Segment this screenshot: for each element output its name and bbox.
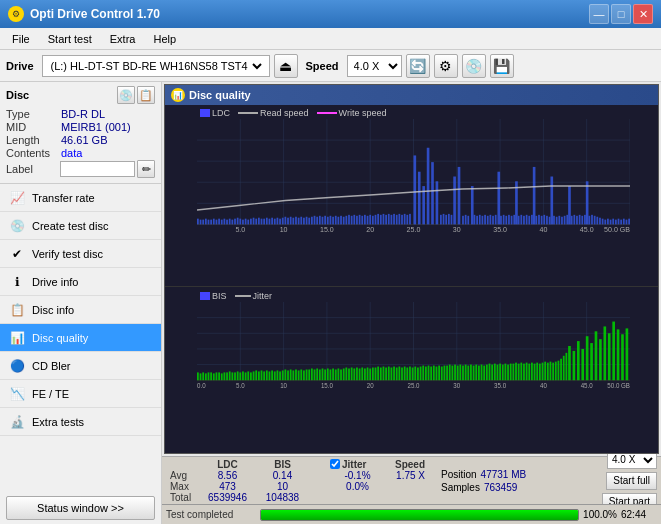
cd-bler-icon: 🔵 — [8, 357, 26, 375]
svg-rect-226 — [226, 373, 228, 381]
svg-rect-366 — [560, 359, 562, 381]
settings-button[interactable]: ⚙ — [434, 54, 458, 78]
svg-rect-351 — [590, 343, 593, 380]
svg-rect-143 — [541, 216, 543, 225]
svg-rect-152 — [566, 215, 568, 225]
svg-rect-217 — [202, 373, 204, 381]
eject-button[interactable]: ⏏ — [274, 54, 298, 78]
svg-rect-23 — [216, 220, 218, 225]
window-controls: — □ ✕ — [589, 4, 653, 24]
svg-rect-158 — [584, 215, 586, 225]
svg-rect-172 — [623, 219, 625, 225]
svg-rect-225 — [224, 373, 226, 381]
nav-fe-te[interactable]: 📉 FE / TE — [0, 380, 161, 408]
svg-rect-362 — [550, 362, 552, 381]
svg-rect-340 — [528, 364, 530, 381]
svg-rect-240 — [263, 372, 265, 381]
close-button[interactable]: ✕ — [633, 4, 653, 24]
disc-label-row: Label ✏ — [6, 160, 155, 178]
nav-disc-quality[interactable]: 📊 Disc quality — [0, 324, 161, 352]
nav-disc-info[interactable]: 📋 Disc info — [0, 296, 161, 324]
bis-col-header: BIS — [255, 459, 310, 470]
svg-rect-291 — [398, 367, 400, 381]
ldc-legend: LDC — [200, 108, 230, 118]
svg-rect-246 — [279, 372, 281, 381]
drive-selector[interactable]: (L:) HL-DT-ST BD-RE WH16NS58 TST4 — [42, 55, 270, 77]
nav-verify-test-disc[interactable]: ✔ Verify test disc — [0, 240, 161, 268]
label-edit-button[interactable]: ✏ — [137, 160, 155, 178]
label-input[interactable] — [60, 161, 135, 177]
svg-rect-138 — [526, 215, 528, 225]
total-bis: 104838 — [255, 492, 310, 503]
maximize-button[interactable]: □ — [611, 4, 631, 24]
svg-rect-342 — [534, 364, 536, 381]
svg-rect-132 — [508, 215, 510, 225]
speed-stat-label: Speed — [385, 459, 425, 470]
read-speed-legend: Read speed — [238, 108, 309, 118]
menu-file[interactable]: File — [4, 31, 38, 47]
svg-rect-32 — [239, 219, 241, 225]
svg-rect-68 — [568, 186, 571, 224]
nav-cd-bler[interactable]: 🔵 CD Bler — [0, 352, 161, 380]
disc-button[interactable]: 💿 — [462, 54, 486, 78]
refresh-button[interactable]: 🔄 — [406, 54, 430, 78]
svg-rect-230 — [237, 372, 239, 381]
svg-rect-270 — [343, 369, 345, 381]
nav-drive-info[interactable]: ℹ Drive info — [0, 268, 161, 296]
svg-rect-93 — [361, 216, 363, 225]
svg-rect-64 — [497, 172, 500, 225]
svg-rect-305 — [436, 367, 438, 381]
svg-rect-227 — [229, 372, 231, 381]
start-full-button[interactable]: Start full — [606, 472, 657, 490]
avg-row-label: Avg — [170, 470, 200, 481]
minimize-button[interactable]: — — [589, 4, 609, 24]
disc-icon-1[interactable]: 💿 — [117, 86, 135, 104]
svg-rect-47 — [279, 219, 281, 225]
svg-rect-327 — [494, 364, 496, 381]
drive-dropdown[interactable]: (L:) HL-DT-ST BD-RE WH16NS58 TST4 — [47, 59, 265, 73]
disc-label-label: Label — [6, 163, 60, 175]
status-window-button[interactable]: Status window >> — [6, 496, 155, 520]
svg-rect-85 — [340, 216, 342, 225]
speed-dropdown[interactable]: 4.0 X 2.0 X 6.0 X 8.0 X — [347, 55, 402, 77]
svg-rect-289 — [393, 367, 395, 381]
nav-transfer-rate[interactable]: 📈 Transfer rate — [0, 184, 161, 212]
svg-text:20: 20 — [367, 382, 374, 389]
disc-mid-label: MID — [6, 121, 61, 133]
disc-icon-2[interactable]: 📋 — [137, 86, 155, 104]
svg-rect-24 — [218, 219, 220, 225]
svg-rect-252 — [295, 370, 297, 381]
svg-rect-268 — [338, 369, 340, 381]
nav-extra-tests[interactable]: 🔬 Extra tests — [0, 408, 161, 436]
svg-rect-62 — [458, 167, 461, 224]
svg-rect-88 — [348, 215, 350, 225]
svg-rect-276 — [359, 369, 361, 381]
save-button[interactable]: 💾 — [490, 54, 514, 78]
avg-speed: 1.75 X — [385, 470, 425, 481]
svg-rect-162 — [596, 217, 598, 225]
nav-create-test-disc[interactable]: 💿 Create test disc — [0, 212, 161, 240]
svg-rect-22 — [213, 219, 215, 225]
jitter-checkbox[interactable] — [330, 459, 340, 469]
menu-help[interactable]: Help — [145, 31, 184, 47]
svg-rect-86 — [343, 217, 345, 225]
nav-drive-info-label: Drive info — [32, 276, 78, 288]
menu-bar: File Start test Extra Help — [0, 28, 661, 50]
svg-rect-29 — [231, 220, 233, 225]
bis-color — [200, 292, 210, 300]
svg-rect-348 — [577, 341, 580, 380]
svg-rect-95 — [367, 216, 369, 225]
menu-start-test[interactable]: Start test — [40, 31, 100, 47]
svg-rect-58 — [427, 148, 430, 225]
svg-rect-283 — [377, 367, 379, 381]
menu-extra[interactable]: Extra — [102, 31, 144, 47]
svg-rect-323 — [483, 366, 485, 381]
svg-rect-296 — [412, 368, 414, 381]
write-speed-legend-label: Write speed — [339, 108, 387, 118]
svg-text:40: 40 — [540, 382, 547, 389]
svg-rect-110 — [406, 215, 408, 225]
svg-rect-306 — [438, 366, 440, 381]
svg-rect-295 — [409, 367, 411, 381]
nav-transfer-rate-label: Transfer rate — [32, 192, 95, 204]
speed-label: Speed — [306, 60, 339, 72]
